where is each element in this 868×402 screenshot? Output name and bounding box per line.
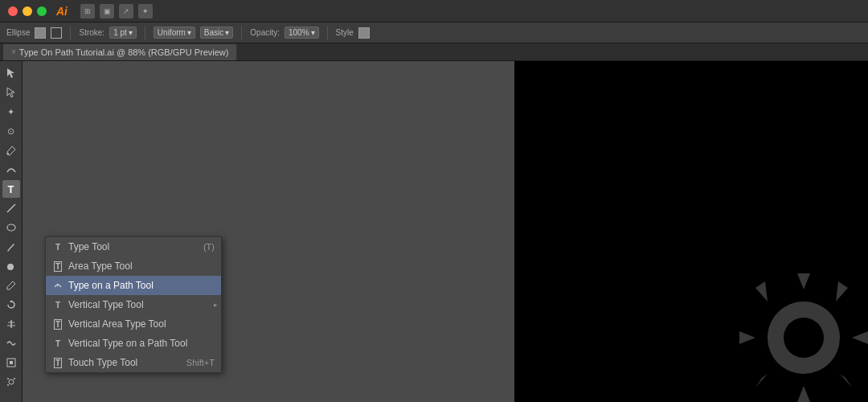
grid-icon[interactable]: ⊞ xyxy=(80,4,95,18)
svg-point-2 xyxy=(7,224,15,231)
tab-bar: × Type On Path Tutorial.ai @ 88% (RGB/GP… xyxy=(0,43,868,61)
toolbar: ✦ ⊙ T xyxy=(0,61,23,402)
submenu-arrow: ▸ xyxy=(214,301,218,309)
flyout-menu: T Type Tool (T) T Area Type Tool T Typ xyxy=(45,236,222,373)
flyout-item-vertical-type-tool[interactable]: T Vertical Type Tool ▸ xyxy=(46,295,221,314)
flyout-type-tool-label: Type Tool xyxy=(68,241,109,252)
svg-rect-9 xyxy=(10,361,13,364)
line-tool[interactable] xyxy=(2,199,20,217)
separator-2 xyxy=(145,27,145,39)
flyout-vertical-type-label: Vertical Type Tool xyxy=(68,299,144,310)
type-tool-icon: T xyxy=(52,241,63,252)
blob-brush-tool[interactable] xyxy=(2,257,20,275)
symbol-sprayer-tool[interactable] xyxy=(2,373,20,391)
gear-decoration xyxy=(723,257,868,402)
svg-line-1 xyxy=(7,204,15,212)
flyout-item-type-tool[interactable]: T Type Tool (T) xyxy=(46,237,221,256)
stroke-swatch[interactable] xyxy=(51,27,62,39)
flyout-vertical-area-type-label: Vertical Area Type Tool xyxy=(68,318,166,330)
separator-1 xyxy=(70,27,71,39)
magic-wand-tool[interactable]: ✦ xyxy=(2,103,20,121)
separator-3 xyxy=(241,27,242,39)
fill-swatch[interactable] xyxy=(35,27,46,39)
canvas-area: T Type Tool (T) T Area Type Tool T Typ xyxy=(23,61,868,402)
warp-tool[interactable] xyxy=(2,334,20,352)
maximize-button[interactable] xyxy=(37,6,47,16)
style-swatch[interactable] xyxy=(358,27,370,39)
separator-4 xyxy=(327,27,328,39)
close-button[interactable] xyxy=(8,6,18,16)
svg-point-11 xyxy=(7,378,9,379)
stroke-weight-dropdown[interactable]: 1 pt ▾ xyxy=(109,27,137,39)
opacity-dropdown[interactable]: 100% ▾ xyxy=(285,27,319,39)
svg-point-10 xyxy=(9,379,14,384)
width-tool[interactable] xyxy=(2,315,20,333)
touch-type-tool-icon: T xyxy=(52,357,63,368)
type-on-path-tool-icon: T xyxy=(52,280,63,291)
area-type-tool-icon: T xyxy=(52,260,63,272)
document-tab[interactable]: × Type On Path Tutorial.ai @ 88% (RGB/GP… xyxy=(3,44,237,60)
flyout-area-type-tool-label: Area Type Tool xyxy=(68,260,133,272)
stroke-label: Stroke: xyxy=(79,28,104,37)
svg-point-15 xyxy=(784,318,824,358)
flyout-item-area-type-tool[interactable]: T Area Type Tool xyxy=(46,256,221,276)
svg-point-3 xyxy=(7,264,14,270)
lasso-tool[interactable]: ⊙ xyxy=(2,122,20,140)
vertical-area-type-tool-icon: T xyxy=(52,318,63,330)
vertical-type-on-path-tool-icon: T xyxy=(52,338,63,349)
title-bar-icons: ⊞ ▣ ↗ ✦ xyxy=(80,4,153,18)
flyout-type-on-path-label: Type on a Path Tool xyxy=(68,280,154,291)
options-bar: Ellipse Stroke: 1 pt ▾ Uniform ▾ Basic ▾… xyxy=(0,23,868,43)
pen-tool[interactable] xyxy=(2,142,20,159)
svg-point-12 xyxy=(14,378,15,379)
tab-label: Type On Path Tutorial.ai @ 88% (RGB/GPU … xyxy=(19,47,229,57)
flyout-vertical-type-on-path-label: Vertical Type on a Path Tool xyxy=(68,338,187,349)
title-bar: Ai ⊞ ▣ ↗ ✦ xyxy=(0,0,868,23)
canvas-right xyxy=(514,61,868,402)
paintbrush-tool[interactable] xyxy=(2,238,20,256)
rotate-tool[interactable] xyxy=(2,296,20,314)
export-icon[interactable]: ↗ xyxy=(119,4,133,18)
flyout-item-vertical-area-type-tool[interactable]: T Vertical Area Type Tool xyxy=(46,314,221,334)
svg-text:T: T xyxy=(56,283,59,288)
flyout-touch-type-label: Touch Type Tool xyxy=(68,357,137,368)
flyout-type-tool-shortcut: (T) xyxy=(203,242,215,252)
minimize-button[interactable] xyxy=(23,6,32,16)
flyout-touch-type-shortcut: Shift+T xyxy=(186,358,215,367)
main-area: ✦ ⊙ T xyxy=(0,61,868,402)
uniform-dropdown[interactable]: Uniform ▾ xyxy=(154,27,195,39)
basic-dropdown[interactable]: Basic ▾ xyxy=(200,27,233,39)
type-tool[interactable]: T xyxy=(2,180,20,198)
svg-point-0 xyxy=(7,153,9,154)
shape-label: Ellipse xyxy=(6,28,30,37)
flyout-item-type-on-path-tool[interactable]: T Type on a Path Tool xyxy=(46,276,221,295)
scale-tool[interactable] xyxy=(2,354,20,371)
direct-select-tool[interactable] xyxy=(2,84,20,101)
flyout-item-touch-type-tool[interactable]: T Touch Type Tool Shift+T xyxy=(46,353,221,372)
svg-point-13 xyxy=(7,384,9,386)
brush-preset-icon[interactable]: ✦ xyxy=(138,4,153,18)
select-tool[interactable] xyxy=(2,64,20,82)
vertical-type-tool-icon: T xyxy=(52,299,63,310)
app-logo: Ai xyxy=(56,5,68,18)
opacity-label: Opacity: xyxy=(250,28,280,37)
document-icon[interactable]: ▣ xyxy=(100,4,114,18)
flyout-item-vertical-type-on-path-tool[interactable]: T Vertical Type on a Path Tool xyxy=(46,334,221,353)
style-label: Style xyxy=(336,28,354,37)
ellipse-tool[interactable] xyxy=(2,219,20,236)
window-controls[interactable] xyxy=(8,6,47,16)
curvature-tool[interactable] xyxy=(2,161,20,178)
tab-close[interactable]: × xyxy=(11,47,16,56)
pencil-tool[interactable] xyxy=(2,277,20,294)
